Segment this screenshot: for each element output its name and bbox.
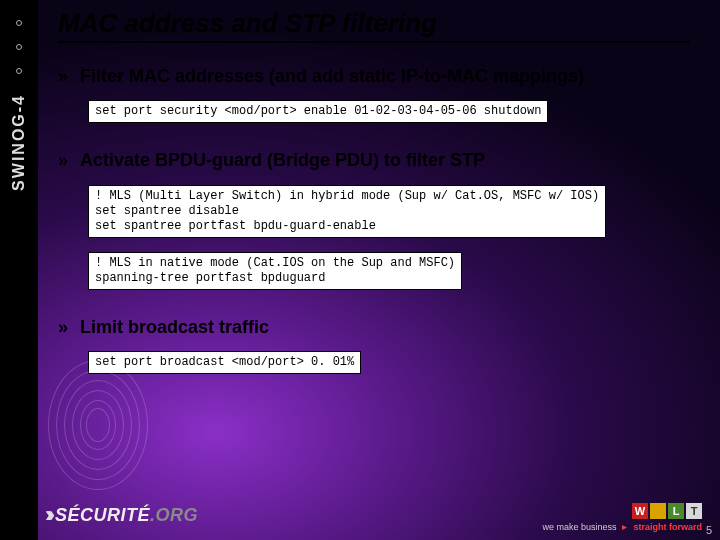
wlt-blocks: W L T bbox=[632, 503, 702, 519]
tagline-em: straight forward bbox=[633, 522, 702, 532]
code-block: ! MLS in native mode (Cat.IOS on the Sup… bbox=[88, 252, 462, 290]
dot-icon bbox=[16, 44, 22, 50]
bullet-marker-icon: » bbox=[58, 65, 68, 88]
logo-securite: ››› SÉCURITÉ.ORG bbox=[45, 502, 198, 528]
bullet-text: Activate BPDU-guard (Bridge PDU) to filt… bbox=[80, 149, 485, 172]
slide-title: MAC address and STP filtering bbox=[58, 8, 690, 43]
logo-brand: SÉCURITÉ bbox=[55, 505, 150, 526]
section-bpdu-guard: » Activate BPDU-guard (Bridge PDU) to fi… bbox=[58, 149, 690, 297]
bullet-marker-icon: » bbox=[58, 149, 68, 172]
code-block: set port security <mod/port> enable 01-0… bbox=[88, 100, 548, 123]
logo-suffix: .ORG bbox=[150, 505, 198, 526]
bullet: » Activate BPDU-guard (Bridge PDU) to fi… bbox=[58, 149, 690, 172]
chevrons-icon: ››› bbox=[45, 502, 49, 528]
sidebar: SWINOG-4 bbox=[0, 0, 38, 540]
code-block: ! MLS (Multi Layer Switch) in hybrid mod… bbox=[88, 185, 606, 238]
page-number: 5 bbox=[706, 524, 712, 536]
bullet-text: Filter MAC addresses (and add static IP-… bbox=[80, 65, 584, 88]
section-mac-filter: » Filter MAC addresses (and add static I… bbox=[58, 65, 690, 131]
wlt-block: L bbox=[668, 503, 684, 519]
arrow-icon: ▸ bbox=[622, 521, 627, 532]
bullet-text: Limit broadcast traffic bbox=[80, 316, 269, 339]
wlt-block: T bbox=[686, 503, 702, 519]
logo-wlt: W L T we make business ▸ straight forwar… bbox=[542, 503, 702, 532]
wlt-block: W bbox=[632, 503, 648, 519]
wlt-block bbox=[650, 503, 666, 519]
dot-icon bbox=[16, 20, 22, 26]
bullet: » Filter MAC addresses (and add static I… bbox=[58, 65, 690, 88]
fingerprint-graphic bbox=[38, 350, 158, 500]
bullet: » Limit broadcast traffic bbox=[58, 316, 690, 339]
tagline-plain: we make business bbox=[542, 522, 616, 532]
bullet-marker-icon: » bbox=[58, 316, 68, 339]
sidebar-dots bbox=[16, 20, 22, 74]
sidebar-label: SWINOG-4 bbox=[10, 94, 28, 191]
dot-icon bbox=[16, 68, 22, 74]
tagline: we make business ▸ straight forward bbox=[542, 521, 702, 532]
